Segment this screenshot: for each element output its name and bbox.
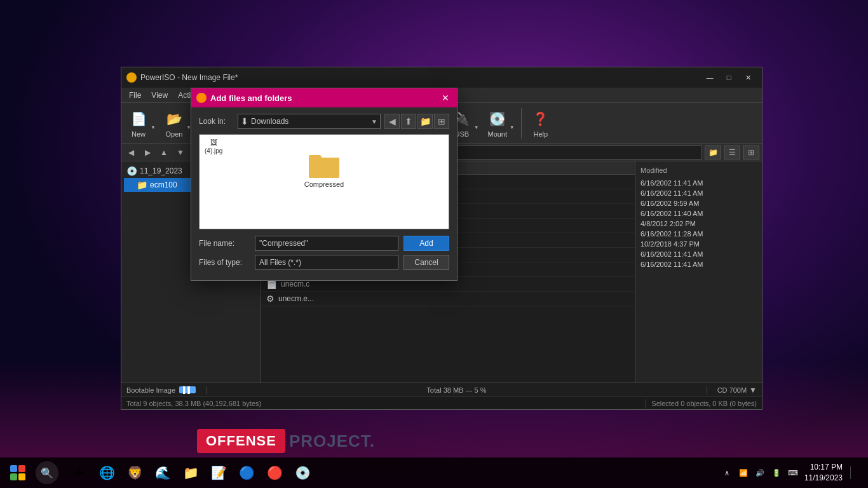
compressed-folder-label: Compressed	[304, 180, 344, 188]
filename-label: File name:	[199, 239, 250, 248]
look-in-toolbar: ◀ ⬆ 📁 ⊞	[384, 114, 449, 129]
dialog-close-button[interactable]: ✕	[439, 92, 452, 104]
folder-item-compressed[interactable]: Compressed	[304, 152, 344, 188]
filetype-row: Files of type: Cancel	[199, 255, 449, 270]
filetype-input[interactable]	[255, 255, 398, 270]
add-button[interactable]: Add	[403, 236, 449, 251]
filename-input[interactable]	[255, 236, 398, 251]
look-in-back-button[interactable]: ◀	[384, 114, 400, 129]
dialog-body: Look in: ⬇ Downloads ▼ ◀ ⬆ 📁 ⊞ 🖼 (4).jpg	[191, 107, 457, 280]
dialog-app-icon	[196, 93, 207, 103]
dialog-title-bar: Add files and folders ✕	[191, 88, 457, 107]
look-in-select[interactable]: ⬇ Downloads ▼	[238, 114, 381, 129]
compressed-folder-icon	[309, 152, 339, 178]
look-in-up-button[interactable]: ⬆	[401, 114, 416, 129]
look-in-label: Look in:	[199, 117, 234, 126]
look-in-value: Downloads	[251, 117, 369, 126]
dialog-overlay: Add files and folders ✕ Look in: ⬇ Downl…	[0, 0, 868, 488]
filetype-label: Files of type:	[199, 258, 250, 267]
look-in-row: Look in: ⬇ Downloads ▼ ◀ ⬆ 📁 ⊞	[199, 114, 449, 129]
jpg-icon: 🖼	[210, 139, 217, 146]
look-in-dropdown-icon: ▼	[371, 118, 377, 125]
dialog-title: Add files and folders	[210, 93, 435, 103]
filename-row: File name: Add	[199, 236, 449, 251]
look-in-new-folder-button[interactable]: 📁	[417, 114, 433, 129]
cancel-button[interactable]: Cancel	[403, 255, 449, 270]
dialog-file-area[interactable]: 🖼 (4).jpg Compressed	[199, 134, 449, 229]
look-in-view-button[interactable]: ⊞	[434, 114, 449, 129]
file-item-jpg[interactable]: 🖼 (4).jpg	[205, 139, 222, 154]
jpg-label: (4).jpg	[205, 147, 222, 154]
add-files-dialog: Add files and folders ✕ Look in: ⬇ Downl…	[191, 88, 458, 281]
download-arrow-icon: ⬇	[241, 116, 248, 126]
